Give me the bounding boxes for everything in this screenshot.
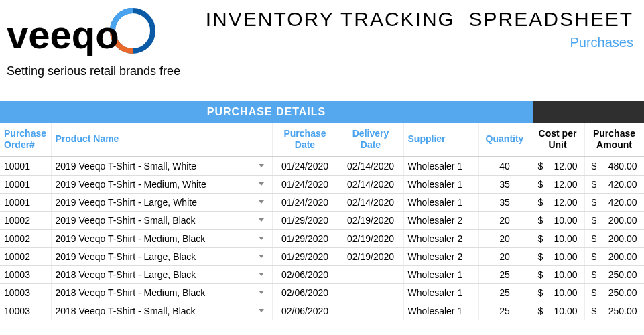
cell-order[interactable]: 10003	[0, 265, 51, 283]
dropdown-caret-icon[interactable]	[259, 200, 264, 204]
cell-product[interactable]: 2018 Veeqo T-Shirt - Large, Black	[51, 265, 272, 283]
cell-ddate[interactable]: 02/14/2020	[338, 157, 403, 176]
cell-cpu[interactable]: $12.00	[531, 193, 584, 211]
dropdown-caret-icon[interactable]	[259, 182, 264, 186]
cell-supplier[interactable]: Wholesaler 1	[403, 283, 478, 302]
svg-text:veeqo: veeqo	[7, 13, 119, 56]
cell-cpu[interactable]: $10.00	[531, 247, 584, 265]
cell-amount[interactable]: $420.00	[584, 193, 644, 211]
cell-pdate[interactable]: 01/29/2020	[272, 247, 338, 265]
cell-pdate[interactable]: 02/06/2020	[272, 265, 338, 283]
cell-order[interactable]: 10003	[0, 302, 51, 320]
dropdown-caret-icon[interactable]	[259, 273, 264, 276]
amount-value: 250.00	[608, 306, 637, 316]
cell-product[interactable]: 2019 Veeqo T-Shirt - Medium, Black	[51, 229, 272, 247]
currency-symbol: $	[592, 179, 597, 190]
col-header-ddate: Delivery Date	[338, 123, 403, 157]
cell-cpu[interactable]: $10.00	[531, 265, 584, 283]
cpu-value: 10.00	[554, 269, 577, 280]
cell-pdate[interactable]: 02/06/2020	[272, 302, 338, 320]
cell-ddate[interactable]: 02/19/2020	[338, 229, 403, 247]
cell-amount[interactable]: $250.00	[584, 283, 644, 302]
cell-pdate[interactable]: 02/06/2020	[272, 283, 338, 302]
cell-product[interactable]: 2019 Veeqo T-Shirt - Large, White	[51, 193, 272, 211]
cpu-value: 10.00	[554, 233, 577, 244]
cell-qty[interactable]: 35	[478, 193, 531, 211]
cell-ddate[interactable]: 02/14/2020	[338, 193, 403, 211]
dropdown-caret-icon[interactable]	[259, 291, 264, 294]
cell-amount[interactable]: $200.00	[584, 211, 644, 229]
cell-order[interactable]: 10001	[0, 175, 51, 193]
cell-pdate[interactable]: 01/24/2020	[272, 157, 338, 176]
cell-supplier[interactable]: Wholesaler 1	[403, 265, 478, 283]
cell-product[interactable]: 2019 Veeqo T-Shirt - Medium, White	[51, 175, 272, 193]
cell-supplier[interactable]: Wholesaler 2	[403, 211, 478, 229]
cell-product[interactable]: 2018 Veeqo T-Shirt - Small, Black	[51, 302, 272, 320]
cell-product[interactable]: 2018 Veeqo T-Shirt - Medium, Black	[51, 283, 272, 302]
product-name-text: 2019 Veeqo T-Shirt - Large, Black	[56, 251, 196, 262]
cell-order[interactable]: 10002	[0, 211, 51, 229]
cell-supplier[interactable]: Wholesaler 2	[403, 229, 478, 247]
table-row: 100022019 Veeqo T-Shirt - Medium, Black0…	[0, 229, 644, 247]
dropdown-caret-icon[interactable]	[259, 237, 264, 240]
cell-ddate[interactable]: 02/14/2020	[338, 175, 403, 193]
cell-qty[interactable]: 25	[478, 265, 531, 283]
cell-qty[interactable]: 20	[478, 229, 531, 247]
cell-order[interactable]: 10003	[0, 283, 51, 302]
cell-cpu[interactable]: $10.00	[531, 211, 584, 229]
cell-supplier[interactable]: Wholesaler 1	[403, 302, 478, 320]
title-block: INVENTORY TRACKING SPREADSHEET Purchases	[206, 8, 637, 78]
table-row: 100012019 Veeqo T-Shirt - Small, White01…	[0, 157, 644, 176]
dropdown-caret-icon[interactable]	[259, 164, 264, 168]
currency-symbol: $	[538, 197, 543, 208]
cell-ddate[interactable]: 02/19/2020	[338, 247, 403, 265]
currency-symbol: $	[538, 179, 543, 190]
cell-amount[interactable]: $200.00	[584, 247, 644, 265]
cell-product[interactable]: 2019 Veeqo T-Shirt - Small, White	[51, 157, 272, 176]
cell-ddate[interactable]	[338, 283, 403, 302]
cell-amount[interactable]: $420.00	[584, 175, 644, 193]
cell-amount[interactable]: $250.00	[584, 265, 644, 283]
cell-amount[interactable]: $200.00	[584, 229, 644, 247]
purchases-table: Purchase Order# Product Name Purchase Da…	[0, 123, 644, 320]
col-header-pdate: Purchase Date	[272, 123, 338, 157]
dropdown-caret-icon[interactable]	[259, 255, 264, 258]
cell-ddate[interactable]	[338, 265, 403, 283]
cell-amount[interactable]: $480.00	[584, 157, 644, 176]
cell-cpu[interactable]: $10.00	[531, 229, 584, 247]
cell-qty[interactable]: 20	[478, 247, 531, 265]
cell-supplier[interactable]: Wholesaler 1	[403, 193, 478, 211]
table-row: 100022019 Veeqo T-Shirt - Large, Black01…	[0, 247, 644, 265]
cell-order[interactable]: 10002	[0, 229, 51, 247]
cell-cpu[interactable]: $10.00	[531, 302, 584, 320]
cell-qty[interactable]: 25	[478, 283, 531, 302]
cell-cpu[interactable]: $12.00	[531, 157, 584, 176]
cell-qty[interactable]: 25	[478, 302, 531, 320]
cell-pdate[interactable]: 01/29/2020	[272, 211, 338, 229]
cell-ddate[interactable]: 02/19/2020	[338, 211, 403, 229]
cell-supplier[interactable]: Wholesaler 2	[403, 247, 478, 265]
cell-qty[interactable]: 20	[478, 211, 531, 229]
cell-product[interactable]: 2019 Veeqo T-Shirt - Large, Black	[51, 247, 272, 265]
cell-cpu[interactable]: $10.00	[531, 283, 584, 302]
product-name-text: 2019 Veeqo T-Shirt - Large, White	[56, 197, 197, 208]
cell-ddate[interactable]	[338, 302, 403, 320]
cell-pdate[interactable]: 01/24/2020	[272, 175, 338, 193]
cell-supplier[interactable]: Wholesaler 1	[403, 157, 478, 176]
cell-qty[interactable]: 40	[478, 157, 531, 176]
cell-cpu[interactable]: $12.00	[531, 175, 584, 193]
cell-product[interactable]: 2019 Veeqo T-Shirt - Small, Black	[51, 211, 272, 229]
dropdown-caret-icon[interactable]	[259, 309, 264, 312]
cell-pdate[interactable]: 01/29/2020	[272, 229, 338, 247]
page-title: INVENTORY TRACKING SPREADSHEET	[206, 8, 633, 31]
currency-symbol: $	[592, 215, 597, 226]
cell-amount[interactable]: $250.00	[584, 302, 644, 320]
cell-order[interactable]: 10001	[0, 157, 51, 176]
cell-order[interactable]: 10002	[0, 247, 51, 265]
dropdown-caret-icon[interactable]	[259, 218, 264, 222]
cell-pdate[interactable]: 01/24/2020	[272, 193, 338, 211]
currency-symbol: $	[538, 233, 543, 244]
cell-qty[interactable]: 35	[478, 175, 531, 193]
cell-supplier[interactable]: Wholesaler 1	[403, 175, 478, 193]
cell-order[interactable]: 10001	[0, 193, 51, 211]
